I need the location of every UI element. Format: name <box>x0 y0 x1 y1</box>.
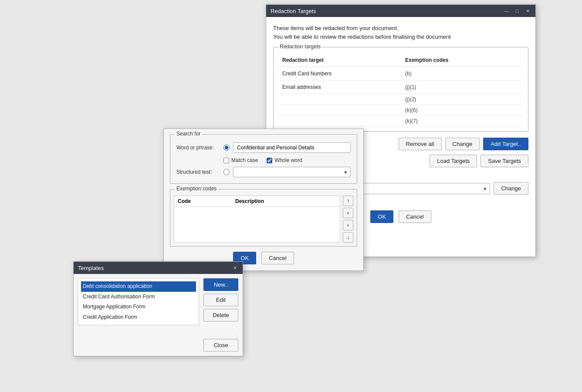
table-row[interactable]: Email addresses (j)(1) <box>278 81 524 94</box>
template-item-3[interactable]: Credit Application Form <box>81 312 196 323</box>
bottom-change-button[interactable]: Change <box>494 182 528 195</box>
templates-body: Debt consolidation application Credit Ca… <box>74 274 243 330</box>
arrow-left-button[interactable]: ‹ <box>343 220 353 230</box>
templates-titlebar-controls: ✕ <box>231 264 238 271</box>
row-target-4 <box>278 116 401 126</box>
word-phrase-row: Word or phrase: <box>176 142 351 153</box>
code-col-header: Code <box>174 196 232 206</box>
add-target-button[interactable]: Add Target.. <box>483 138 528 150</box>
arrow-controls: ↑ › ‹ ↓ <box>343 196 353 243</box>
templates-window-title: Templates <box>78 265 104 271</box>
change-button[interactable]: Change <box>445 138 480 150</box>
structured-test-label: Structured test: <box>176 169 220 175</box>
delete-template-button[interactable]: Delete <box>203 309 238 321</box>
row-exempt-2: (j)(2) <box>401 94 524 105</box>
row-exempt-3: (k)(6) <box>401 105 524 115</box>
group-legend: Redaction targets <box>278 44 322 50</box>
load-targets-button[interactable]: Load Targets <box>430 155 477 167</box>
description-col-header: Description <box>232 196 340 206</box>
row-exempt-1: (j)(1) <box>401 81 524 94</box>
row-target-3 <box>278 105 401 115</box>
exempt-inner: Code Description ↑ › ‹ ↓ <box>174 196 353 243</box>
close-button[interactable]: ✕ <box>524 7 531 14</box>
templates-window: Templates ✕ Debt consolidation applicati… <box>73 261 243 356</box>
intro-line2: You will be able to review the redaction… <box>273 33 528 41</box>
redaction-intro: These items will be redacted from your d… <box>273 24 528 41</box>
templates-footer: ⋱ Close <box>74 330 243 356</box>
new-template-button[interactable]: New.. <box>203 278 238 291</box>
exempt-table: Code Description <box>174 196 340 243</box>
search-cancel-button[interactable]: Cancel <box>261 252 294 264</box>
arrow-down-button[interactable]: ↓ <box>343 232 353 243</box>
intro-line1: These items will be redacted from your d… <box>273 24 528 33</box>
arrow-up-button[interactable]: ↑ <box>343 196 353 206</box>
minimize-button[interactable]: — <box>503 7 510 14</box>
whole-word-label: Whole word <box>274 157 302 163</box>
table-row[interactable]: Credit Card Numbers (b) <box>278 67 524 81</box>
exempt-legend: Exemption codes <box>175 186 218 192</box>
structured-test-select[interactable] <box>233 167 351 177</box>
maximize-button[interactable]: □ <box>514 7 521 14</box>
search-body: Search for Word or phrase: Match case Wh… <box>164 129 363 270</box>
word-phrase-radio[interactable] <box>223 145 230 151</box>
structured-test-radio[interactable] <box>223 169 230 175</box>
structured-test-select-wrapper <box>233 167 351 177</box>
match-case-label: Match case <box>231 157 258 163</box>
exempt-table-header: Code Description <box>174 196 340 207</box>
row-exempt-0: (b) <box>401 67 524 80</box>
arrow-right-button[interactable]: › <box>343 208 353 218</box>
table-row[interactable]: (k)(7) <box>278 116 524 127</box>
row-target-2 <box>278 94 401 105</box>
cancel-button[interactable]: Cancel <box>399 210 431 223</box>
search-dialog: Search for Word or phrase: Match case Wh… <box>163 128 364 271</box>
whole-word-checkbox[interactable] <box>267 158 272 163</box>
search-for-legend: Search for <box>175 131 202 137</box>
word-phrase-label: Word or phrase: <box>176 145 220 151</box>
edit-template-button[interactable]: Edit <box>203 294 238 306</box>
table-row[interactable]: (k)(6) <box>278 105 524 116</box>
save-targets-button[interactable]: Save Targets <box>480 155 528 167</box>
redaction-titlebar: Redaction Targets — □ ✕ <box>266 5 535 17</box>
template-item-1[interactable]: Credit Card Authorisation Form <box>81 292 196 302</box>
templates-close-icon[interactable]: ✕ <box>231 264 238 271</box>
close-templates-button[interactable]: Close <box>203 339 238 351</box>
row-target-0: Credit Card Numbers <box>278 67 401 80</box>
templates-list[interactable]: Debt consolidation application Credit Ca… <box>78 278 199 325</box>
structured-test-row: Structured test: <box>176 167 351 177</box>
match-case-item: Match case <box>223 157 258 163</box>
checkbox-row: Match case Whole word <box>223 157 351 163</box>
templates-action-buttons: New.. Edit Delete <box>203 278 238 325</box>
template-item-2[interactable]: Mortgage Application Form <box>81 302 196 312</box>
exemption-codes-group: Exemption codes Code Description ↑ › ‹ ↓ <box>170 189 357 247</box>
search-for-group: Search for Word or phrase: Match case Wh… <box>170 134 357 184</box>
redaction-window-title: Redaction Targets <box>271 8 316 14</box>
col-exempt-header: Exemption codes <box>401 54 524 67</box>
row-target-1: Email addresses <box>278 81 401 94</box>
word-phrase-input[interactable] <box>233 142 351 153</box>
remove-all-button[interactable]: Remove all <box>399 138 442 150</box>
table-header: Redaction target Exemption codes <box>278 54 524 67</box>
table-row[interactable]: (j)(2) <box>278 94 524 105</box>
ok-button[interactable]: OK <box>370 210 393 223</box>
template-item-selected[interactable]: Debt consolidation application <box>81 281 196 292</box>
col-target-header: Redaction target <box>278 54 401 67</box>
templates-titlebar: Templates ✕ <box>74 262 243 274</box>
redaction-targets-group: Redaction targets Redaction target Exemp… <box>273 47 528 132</box>
titlebar-controls: — □ ✕ <box>503 7 531 14</box>
whole-word-item: Whole word <box>267 157 302 163</box>
resize-handle: ⋱ <box>234 331 238 336</box>
match-case-checkbox[interactable] <box>223 158 229 163</box>
row-exempt-4: (k)(7) <box>401 116 524 126</box>
